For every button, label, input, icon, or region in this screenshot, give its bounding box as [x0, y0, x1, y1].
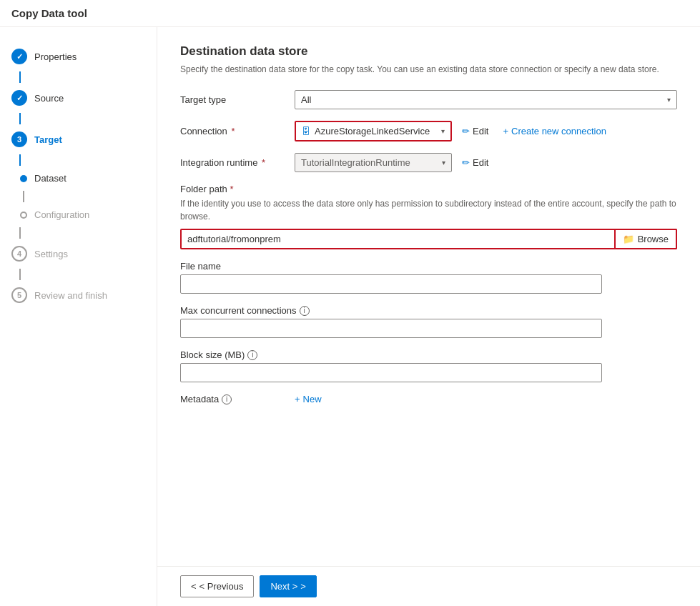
folder-path-desc: If the identity you use to access the da…: [180, 197, 677, 223]
sidebar-item-configuration[interactable]: Configuration: [0, 202, 157, 227]
sidebar-item-review[interactable]: 5 Review and finish: [0, 280, 157, 310]
edit-connection-button[interactable]: ✏ Edit: [458, 122, 493, 140]
storage-icon: 🗄: [302, 126, 310, 136]
target-type-value: All: [301, 94, 667, 105]
step-connector-5: [19, 227, 21, 239]
edit-integration-label: Edit: [473, 157, 488, 168]
folder-path-section: Folder path * If the identity you use to…: [180, 184, 677, 249]
pencil-icon: ✏: [462, 126, 470, 136]
sidebar-label-target: Target: [34, 134, 62, 145]
max-concurrent-row: Max concurrent connections i: [180, 305, 677, 338]
block-size-label: Block size (MB) i: [180, 349, 257, 360]
target-type-control: All ▾: [295, 90, 677, 109]
connection-inner-row: 🗄 AzureStorageLinkedService ▾ ✏ Edit + C…: [295, 121, 677, 141]
sidebar-item-target[interactable]: 3 Target: [0, 124, 157, 154]
content-scroll: Destination data store Specify the desti…: [157, 27, 700, 566]
section-title: Destination data store: [180, 44, 677, 59]
metadata-new-button[interactable]: + New: [295, 394, 322, 404]
app-title: Copy Data tool: [11, 7, 87, 19]
metadata-label: Metadata i: [180, 394, 295, 404]
target-type-row: Target type All ▾: [180, 90, 677, 109]
target-type-select[interactable]: All ▾: [295, 90, 677, 109]
step-dot-configuration: [20, 212, 27, 219]
integration-runtime-value: TutorialIntegrationRuntime: [301, 157, 442, 168]
block-size-input[interactable]: [180, 363, 602, 382]
sidebar-item-source[interactable]: ✓ Source: [0, 83, 157, 113]
folder-path-label: Folder path *: [180, 184, 677, 194]
sidebar-label-source: Source: [34, 93, 64, 104]
new-label: New: [303, 394, 322, 404]
sidebar-label-settings: Settings: [34, 249, 68, 259]
plus-icon: +: [503, 126, 508, 136]
edit-connection-label: Edit: [473, 126, 488, 136]
step-circle-target: 3: [11, 131, 27, 147]
main-layout: ✓ Properties ✓ Source 3 Target Dataset: [0, 27, 700, 606]
previous-chevron-icon: <: [191, 581, 197, 592]
integration-runtime-select[interactable]: TutorialIntegrationRuntime ▾: [295, 153, 452, 172]
create-new-label: Create new connection: [511, 126, 606, 136]
step-connector-2: [19, 113, 21, 124]
file-name-input[interactable]: [180, 274, 602, 294]
sidebar-label-configuration: Configuration: [34, 209, 89, 220]
step-connector-3: [19, 154, 21, 166]
step-dot-dataset: [20, 175, 27, 182]
next-label: Next >: [270, 581, 297, 592]
folder-path-input-row: 📁 Browse: [180, 229, 677, 249]
folder-path-input[interactable]: [180, 229, 616, 249]
step-connector-4: [23, 191, 24, 202]
create-new-connection-button[interactable]: + Create new connection: [498, 122, 611, 140]
connection-chevron-icon: ▾: [441, 127, 445, 135]
integration-inner-row: TutorialIntegrationRuntime ▾ ✏ Edit: [295, 153, 677, 172]
next-chevron-icon: >: [300, 581, 306, 592]
folder-icon: 📁: [623, 234, 634, 244]
footer: < < Previous Next > >: [157, 566, 700, 606]
sidebar-item-properties[interactable]: ✓ Properties: [0, 41, 157, 71]
app-header: Copy Data tool: [0, 0, 700, 27]
integration-runtime-control: TutorialIntegrationRuntime ▾ ✏ Edit: [295, 153, 677, 172]
target-type-chevron-icon: ▾: [667, 96, 671, 104]
file-name-row: File name: [180, 261, 677, 294]
sidebar-label-review: Review and finish: [34, 290, 107, 301]
step-circle-settings: 4: [11, 246, 27, 262]
connection-value: AzureStorageLinkedService: [315, 126, 441, 136]
step-connector-1: [19, 71, 21, 83]
integration-chevron-icon: ▾: [442, 159, 445, 167]
browse-button[interactable]: 📁 Browse: [616, 229, 677, 249]
block-size-row: Block size (MB) i: [180, 349, 677, 382]
step-circle-review: 5: [11, 287, 27, 303]
step-circle-properties: ✓: [11, 49, 27, 64]
sidebar-item-dataset[interactable]: Dataset: [0, 166, 157, 191]
next-button[interactable]: Next > >: [260, 575, 317, 597]
sidebar-label-properties: Properties: [34, 51, 77, 62]
content-area: Destination data store Specify the desti…: [157, 27, 700, 606]
connection-label: Connection *: [180, 126, 295, 136]
max-concurrent-info-icon[interactable]: i: [300, 306, 310, 316]
max-concurrent-label: Max concurrent connections i: [180, 305, 310, 316]
integration-runtime-row: Integration runtime * TutorialIntegratio…: [180, 153, 677, 172]
integration-runtime-label: Integration runtime *: [180, 157, 295, 168]
previous-button[interactable]: < < Previous: [180, 575, 254, 597]
previous-label: < Previous: [199, 581, 244, 592]
connection-row: Connection * 🗄 AzureStorageLinkedService…: [180, 121, 677, 141]
sidebar-label-dataset: Dataset: [34, 173, 66, 184]
edit-integration-button[interactable]: ✏ Edit: [458, 154, 493, 172]
new-plus-icon: +: [295, 394, 300, 404]
sidebar-item-settings[interactable]: 4 Settings: [0, 239, 157, 269]
metadata-info-icon[interactable]: i: [222, 394, 232, 404]
sidebar: ✓ Properties ✓ Source 3 Target Dataset: [0, 27, 157, 606]
connection-select[interactable]: 🗄 AzureStorageLinkedService ▾: [295, 121, 452, 141]
max-concurrent-input[interactable]: [180, 319, 602, 338]
step-connector-6: [19, 269, 21, 280]
step-circle-source: ✓: [11, 90, 27, 106]
target-type-label: Target type: [180, 94, 295, 105]
block-size-info-icon[interactable]: i: [247, 350, 257, 360]
file-name-label: File name: [180, 261, 221, 272]
browse-label: Browse: [638, 234, 669, 244]
edit-pencil-icon: ✏: [462, 157, 470, 168]
metadata-row: Metadata i + New: [180, 394, 677, 404]
app-container: Copy Data tool ✓ Properties ✓ Source 3 T…: [0, 0, 700, 606]
section-desc: Specify the destination data store for t…: [180, 63, 677, 76]
connection-control: 🗄 AzureStorageLinkedService ▾ ✏ Edit + C…: [295, 121, 677, 141]
